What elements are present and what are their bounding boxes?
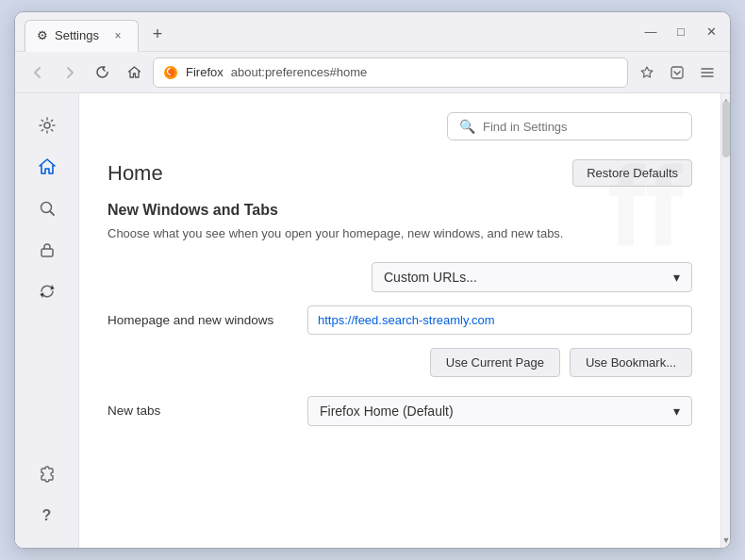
page-header-row: Home Restore Defaults — [108, 159, 692, 187]
tab-close-button[interactable]: × — [109, 27, 126, 44]
scrollbar: ▲ ▼ — [720, 93, 730, 548]
search-input[interactable] — [483, 120, 680, 134]
sidebar-item-sync[interactable] — [30, 274, 64, 308]
back-button[interactable] — [25, 59, 51, 86]
address-bar[interactable]: Firefox about:preferences#home — [153, 58, 628, 88]
sidebar-item-help[interactable]: ? — [30, 499, 64, 533]
homepage-type-value: Custom URLs... — [384, 270, 477, 285]
use-current-page-button[interactable]: Use Current Page — [430, 348, 560, 377]
search-wrapper[interactable]: 🔍 — [447, 112, 692, 140]
homepage-label: Homepage and new windows — [108, 313, 296, 327]
chevron-down-icon: ▾ — [673, 270, 680, 285]
active-tab[interactable]: ⚙ Settings × — [25, 20, 139, 52]
homepage-type-dropdown[interactable]: Custom URLs... ▾ — [372, 262, 692, 292]
close-button[interactable]: ✕ — [702, 25, 720, 39]
tab-favicon: ⚙ — [37, 28, 48, 42]
use-bookmark-button[interactable]: Use Bookmark... — [570, 348, 692, 377]
homepage-url-input[interactable] — [307, 305, 692, 335]
new-tabs-dropdown[interactable]: Firefox Home (Default) ▾ — [307, 396, 692, 426]
homepage-type-row: Custom URLs... ▾ — [108, 262, 692, 292]
browser-toolbar: Firefox about:preferences#home — [15, 52, 730, 93]
window-controls: — □ ✕ — [641, 25, 720, 44]
maximize-button[interactable]: □ — [671, 25, 690, 39]
scrollbar-thumb[interactable] — [722, 101, 730, 157]
content-area: ff 🔍 Home Restore Defaults New Windows a… — [79, 93, 720, 548]
address-text: about:preferences#home — [231, 65, 618, 79]
svg-rect-2 — [671, 67, 683, 78]
new-tabs-row: New tabs Firefox Home (Default) ▾ — [108, 396, 692, 426]
site-name: Firefox — [186, 65, 224, 79]
sidebar-item-general[interactable] — [30, 108, 64, 142]
minimize-button[interactable]: — — [641, 25, 660, 39]
toolbar-icons — [634, 59, 720, 86]
new-tabs-label: New tabs — [108, 404, 296, 418]
scroll-down-arrow[interactable]: ▼ — [721, 533, 730, 548]
main-content: ? ff 🔍 Home Restore Defaults New Windows… — [15, 93, 730, 548]
menu-button[interactable] — [694, 59, 720, 86]
settings-sidebar: ? — [15, 93, 79, 548]
browser-window: ⚙ Settings × + — □ ✕ — [14, 11, 731, 549]
tab-title: Settings — [55, 28, 99, 42]
sidebar-item-home[interactable] — [30, 150, 64, 184]
settings-search-bar: 🔍 — [108, 112, 692, 140]
reload-button[interactable] — [89, 59, 115, 86]
forward-button[interactable] — [57, 59, 83, 86]
browser-logo — [163, 65, 178, 80]
home-button[interactable] — [121, 59, 147, 86]
page-title: Home — [108, 161, 163, 186]
section-title: New Windows and Tabs — [108, 202, 692, 219]
search-icon: 🔍 — [459, 119, 475, 134]
title-bar: ⚙ Settings × + — □ ✕ — [15, 12, 730, 52]
sidebar-item-extensions[interactable] — [30, 457, 64, 491]
svg-point-3 — [44, 123, 50, 128]
svg-rect-5 — [41, 249, 53, 256]
homepage-url-row: Homepage and new windows — [108, 305, 692, 335]
new-tabs-value: Firefox Home (Default) — [320, 404, 454, 419]
chevron-down-icon-2: ▾ — [673, 404, 680, 419]
restore-defaults-button[interactable]: Restore Defaults — [572, 159, 692, 187]
homepage-buttons-row: Use Current Page Use Bookmark... — [307, 348, 692, 377]
section-description: Choose what you see when you open your h… — [108, 224, 692, 243]
pocket-button[interactable] — [664, 59, 690, 86]
sidebar-item-search[interactable] — [30, 191, 64, 225]
bookmark-star-button[interactable] — [634, 59, 660, 86]
sidebar-item-privacy[interactable] — [30, 233, 64, 267]
new-tab-button[interactable]: + — [144, 22, 171, 48]
